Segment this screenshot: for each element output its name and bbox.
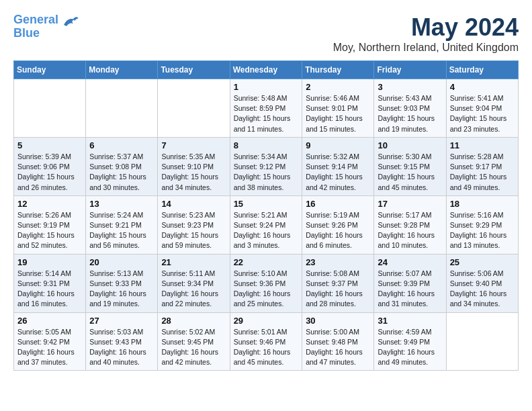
day-number: 12 <box>17 199 82 209</box>
title-block: May 2024 Moy, Northern Ireland, United K… <box>333 13 519 54</box>
day-info: Sunrise: 5:16 AM Sunset: 9:29 PM Dayligh… <box>450 210 515 251</box>
day-number: 24 <box>378 257 442 267</box>
calendar-cell: 22Sunrise: 5:10 AM Sunset: 9:36 PM Dayli… <box>230 254 302 312</box>
calendar-cell: 3Sunrise: 5:43 AM Sunset: 9:03 PM Daylig… <box>374 79 446 138</box>
calendar-week-row: 19Sunrise: 5:14 AM Sunset: 9:31 PM Dayli… <box>14 254 519 312</box>
calendar-cell: 12Sunrise: 5:26 AM Sunset: 9:19 PM Dayli… <box>14 195 86 254</box>
day-info: Sunrise: 4:59 AM Sunset: 9:49 PM Dayligh… <box>378 327 442 368</box>
calendar-cell: 28Sunrise: 5:02 AM Sunset: 9:45 PM Dayli… <box>158 312 230 371</box>
day-info: Sunrise: 5:19 AM Sunset: 9:26 PM Dayligh… <box>306 210 370 251</box>
calendar-cell: 1Sunrise: 5:48 AM Sunset: 8:59 PM Daylig… <box>230 79 302 138</box>
logo-bird-icon <box>61 15 80 28</box>
day-number: 21 <box>161 257 226 267</box>
calendar-cell: 21Sunrise: 5:11 AM Sunset: 9:34 PM Dayli… <box>158 254 230 312</box>
calendar-cell: 14Sunrise: 5:23 AM Sunset: 9:23 PM Dayli… <box>158 195 230 254</box>
day-info: Sunrise: 5:00 AM Sunset: 9:48 PM Dayligh… <box>306 327 370 368</box>
day-number: 22 <box>234 257 299 267</box>
calendar-cell: 20Sunrise: 5:13 AM Sunset: 9:33 PM Dayli… <box>86 254 158 312</box>
calendar-day-header: Sunday <box>14 61 86 79</box>
day-info: Sunrise: 5:21 AM Sunset: 9:24 PM Dayligh… <box>234 210 299 251</box>
day-info: Sunrise: 5:13 AM Sunset: 9:33 PM Dayligh… <box>89 269 154 310</box>
calendar-cell <box>86 79 158 138</box>
day-info: Sunrise: 5:32 AM Sunset: 9:14 PM Dayligh… <box>306 152 370 193</box>
day-number: 27 <box>89 316 154 326</box>
day-info: Sunrise: 5:10 AM Sunset: 9:36 PM Dayligh… <box>234 269 299 310</box>
calendar-cell: 10Sunrise: 5:30 AM Sunset: 9:15 PM Dayli… <box>374 137 446 195</box>
day-info: Sunrise: 5:28 AM Sunset: 9:17 PM Dayligh… <box>450 152 515 193</box>
day-info: Sunrise: 5:35 AM Sunset: 9:10 PM Dayligh… <box>161 152 226 193</box>
day-info: Sunrise: 5:07 AM Sunset: 9:39 PM Dayligh… <box>378 269 442 310</box>
day-info: Sunrise: 5:24 AM Sunset: 9:21 PM Dayligh… <box>89 210 154 251</box>
calendar-cell <box>446 312 518 371</box>
day-info: Sunrise: 5:11 AM Sunset: 9:34 PM Dayligh… <box>161 269 226 310</box>
day-number: 26 <box>17 316 82 326</box>
day-number: 18 <box>450 199 515 209</box>
calendar-cell: 25Sunrise: 5:06 AM Sunset: 9:40 PM Dayli… <box>446 254 518 312</box>
calendar-day-header: Wednesday <box>230 61 302 79</box>
page-header: GeneralBlue May 2024 Moy, Northern Irela… <box>13 13 519 54</box>
day-number: 29 <box>234 316 299 326</box>
day-info: Sunrise: 5:23 AM Sunset: 9:23 PM Dayligh… <box>161 210 226 251</box>
day-info: Sunrise: 5:01 AM Sunset: 9:46 PM Dayligh… <box>234 327 299 368</box>
day-info: Sunrise: 5:30 AM Sunset: 9:15 PM Dayligh… <box>378 152 442 193</box>
calendar-week-row: 1Sunrise: 5:48 AM Sunset: 8:59 PM Daylig… <box>14 79 519 138</box>
day-info: Sunrise: 5:14 AM Sunset: 9:31 PM Dayligh… <box>17 269 82 310</box>
calendar-table: SundayMondayTuesdayWednesdayThursdayFrid… <box>13 60 519 371</box>
calendar-cell: 19Sunrise: 5:14 AM Sunset: 9:31 PM Dayli… <box>14 254 86 312</box>
calendar-week-row: 12Sunrise: 5:26 AM Sunset: 9:19 PM Dayli… <box>14 195 519 254</box>
day-number: 7 <box>161 140 226 150</box>
day-number: 15 <box>234 199 299 209</box>
calendar-cell: 17Sunrise: 5:17 AM Sunset: 9:28 PM Dayli… <box>374 195 446 254</box>
day-number: 11 <box>450 140 515 150</box>
day-number: 31 <box>378 316 442 326</box>
main-title: May 2024 <box>333 13 519 42</box>
day-info: Sunrise: 5:05 AM Sunset: 9:42 PM Dayligh… <box>17 327 82 368</box>
day-info: Sunrise: 5:34 AM Sunset: 9:12 PM Dayligh… <box>234 152 299 193</box>
calendar-cell: 9Sunrise: 5:32 AM Sunset: 9:14 PM Daylig… <box>302 137 374 195</box>
day-number: 2 <box>306 82 370 92</box>
calendar-cell: 4Sunrise: 5:41 AM Sunset: 9:04 PM Daylig… <box>446 79 518 138</box>
calendar-cell: 16Sunrise: 5:19 AM Sunset: 9:26 PM Dayli… <box>302 195 374 254</box>
calendar-cell: 11Sunrise: 5:28 AM Sunset: 9:17 PM Dayli… <box>446 137 518 195</box>
calendar-cell: 15Sunrise: 5:21 AM Sunset: 9:24 PM Dayli… <box>230 195 302 254</box>
day-number: 1 <box>234 82 299 92</box>
calendar-header-row: SundayMondayTuesdayWednesdayThursdayFrid… <box>14 61 519 79</box>
day-number: 8 <box>234 140 299 150</box>
day-info: Sunrise: 5:03 AM Sunset: 9:43 PM Dayligh… <box>89 327 154 368</box>
day-info: Sunrise: 5:06 AM Sunset: 9:40 PM Dayligh… <box>450 269 515 310</box>
calendar-cell: 6Sunrise: 5:37 AM Sunset: 9:08 PM Daylig… <box>86 137 158 195</box>
day-number: 10 <box>378 140 442 150</box>
calendar-cell: 2Sunrise: 5:46 AM Sunset: 9:01 PM Daylig… <box>302 79 374 138</box>
calendar-cell: 30Sunrise: 5:00 AM Sunset: 9:48 PM Dayli… <box>302 312 374 371</box>
calendar-cell: 26Sunrise: 5:05 AM Sunset: 9:42 PM Dayli… <box>14 312 86 371</box>
calendar-cell: 5Sunrise: 5:39 AM Sunset: 9:06 PM Daylig… <box>14 137 86 195</box>
day-number: 25 <box>450 257 515 267</box>
day-number: 9 <box>306 140 370 150</box>
calendar-body: 1Sunrise: 5:48 AM Sunset: 8:59 PM Daylig… <box>14 79 519 371</box>
calendar-day-header: Monday <box>86 61 158 79</box>
calendar-cell: 29Sunrise: 5:01 AM Sunset: 9:46 PM Dayli… <box>230 312 302 371</box>
day-number: 23 <box>306 257 370 267</box>
logo-text: GeneralBlue <box>13 13 58 40</box>
calendar-cell <box>158 79 230 138</box>
calendar-day-header: Saturday <box>446 61 518 79</box>
calendar-cell: 31Sunrise: 4:59 AM Sunset: 9:49 PM Dayli… <box>374 312 446 371</box>
day-number: 5 <box>17 140 82 150</box>
day-info: Sunrise: 5:41 AM Sunset: 9:04 PM Dayligh… <box>450 93 515 134</box>
calendar-cell: 7Sunrise: 5:35 AM Sunset: 9:10 PM Daylig… <box>158 137 230 195</box>
day-number: 20 <box>89 257 154 267</box>
calendar-week-row: 26Sunrise: 5:05 AM Sunset: 9:42 PM Dayli… <box>14 312 519 371</box>
calendar-cell: 13Sunrise: 5:24 AM Sunset: 9:21 PM Dayli… <box>86 195 158 254</box>
day-info: Sunrise: 5:37 AM Sunset: 9:08 PM Dayligh… <box>89 152 154 193</box>
day-info: Sunrise: 5:43 AM Sunset: 9:03 PM Dayligh… <box>378 93 442 134</box>
subtitle: Moy, Northern Ireland, United Kingdom <box>333 42 519 54</box>
calendar-day-header: Thursday <box>302 61 374 79</box>
day-number: 28 <box>161 316 226 326</box>
calendar-cell: 27Sunrise: 5:03 AM Sunset: 9:43 PM Dayli… <box>86 312 158 371</box>
day-number: 3 <box>378 82 442 92</box>
calendar-week-row: 5Sunrise: 5:39 AM Sunset: 9:06 PM Daylig… <box>14 137 519 195</box>
day-info: Sunrise: 5:39 AM Sunset: 9:06 PM Dayligh… <box>17 152 82 193</box>
day-info: Sunrise: 5:08 AM Sunset: 9:37 PM Dayligh… <box>306 269 370 310</box>
day-info: Sunrise: 5:17 AM Sunset: 9:28 PM Dayligh… <box>378 210 442 251</box>
day-number: 16 <box>306 199 370 209</box>
